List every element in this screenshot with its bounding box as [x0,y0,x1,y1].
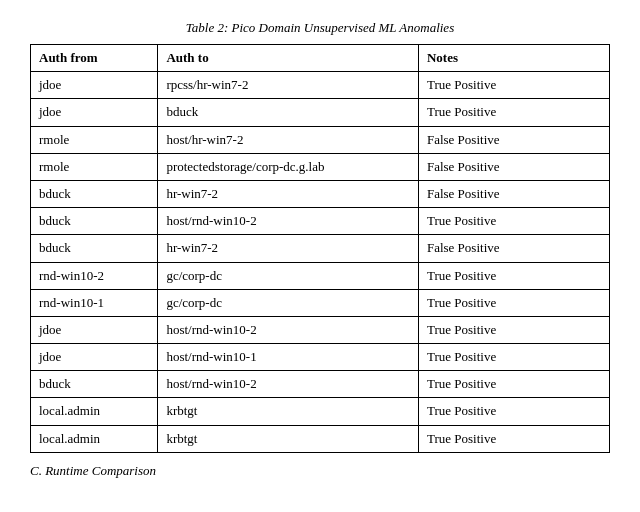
table-row: local.adminkrbtgtTrue Positive [31,398,610,425]
cell-notes: False Positive [418,153,609,180]
table-row: rnd-win10-1gc/corp-dcTrue Positive [31,289,610,316]
header-auth-to: Auth to [158,45,419,72]
table-header-row: Auth from Auth to Notes [31,45,610,72]
cell-auth-to: rpcss/hr-win7-2 [158,72,419,99]
table-row: bduckhr-win7-2False Positive [31,235,610,262]
cell-notes: True Positive [418,99,609,126]
table-row: jdoerpcss/hr-win7-2True Positive [31,72,610,99]
cell-notes: False Positive [418,235,609,262]
cell-notes: True Positive [418,316,609,343]
table-row: local.adminkrbtgtTrue Positive [31,425,610,452]
cell-auth-from: bduck [31,180,158,207]
cell-notes: True Positive [418,398,609,425]
cell-auth-from: rnd-win10-2 [31,262,158,289]
table-row: jdoehost/rnd-win10-2True Positive [31,316,610,343]
header-notes: Notes [418,45,609,72]
cell-notes: False Positive [418,180,609,207]
cell-auth-to: host/rnd-win10-2 [158,208,419,235]
cell-auth-to: hr-win7-2 [158,180,419,207]
cell-notes: True Positive [418,371,609,398]
cell-auth-from: jdoe [31,72,158,99]
cell-notes: True Positive [418,344,609,371]
cell-auth-to: host/rnd-win10-1 [158,344,419,371]
cell-auth-to: hr-win7-2 [158,235,419,262]
cell-auth-from: local.admin [31,425,158,452]
cell-auth-to: host/rnd-win10-2 [158,316,419,343]
table-row: rmoleprotectedstorage/corp-dc.g.labFalse… [31,153,610,180]
cell-auth-to: krbtgt [158,425,419,452]
cell-auth-to: host/rnd-win10-2 [158,371,419,398]
cell-notes: True Positive [418,289,609,316]
table-row: rnd-win10-2gc/corp-dcTrue Positive [31,262,610,289]
cell-notes: True Positive [418,425,609,452]
cell-auth-from: rnd-win10-1 [31,289,158,316]
cell-notes: True Positive [418,262,609,289]
cell-auth-to: bduck [158,99,419,126]
cell-auth-to: gc/corp-dc [158,262,419,289]
cell-auth-from: jdoe [31,316,158,343]
table-row: jdoehost/rnd-win10-1True Positive [31,344,610,371]
cell-notes: True Positive [418,208,609,235]
table-title: Table 2: Pico Domain Unsupervised ML Ano… [30,20,610,36]
cell-auth-to: protectedstorage/corp-dc.g.lab [158,153,419,180]
cell-auth-from: rmole [31,126,158,153]
table-row: bduckhost/rnd-win10-2True Positive [31,208,610,235]
table-row: bduckhost/rnd-win10-2True Positive [31,371,610,398]
cell-auth-from: local.admin [31,398,158,425]
cell-auth-to: krbtgt [158,398,419,425]
cell-auth-from: bduck [31,208,158,235]
anomalies-table: Auth from Auth to Notes jdoerpcss/hr-win… [30,44,610,453]
cell-auth-from: bduck [31,371,158,398]
cell-auth-from: jdoe [31,99,158,126]
table-row: rmolehost/hr-win7-2False Positive [31,126,610,153]
cell-notes: True Positive [418,72,609,99]
table-row: bduckhr-win7-2False Positive [31,180,610,207]
cell-auth-from: rmole [31,153,158,180]
cell-auth-from: bduck [31,235,158,262]
cell-notes: False Positive [418,126,609,153]
header-auth-from: Auth from [31,45,158,72]
cell-auth-to: host/hr-win7-2 [158,126,419,153]
cell-auth-to: gc/corp-dc [158,289,419,316]
cell-auth-from: jdoe [31,344,158,371]
section-footer: C. Runtime Comparison [30,463,610,479]
table-row: jdoebduckTrue Positive [31,99,610,126]
